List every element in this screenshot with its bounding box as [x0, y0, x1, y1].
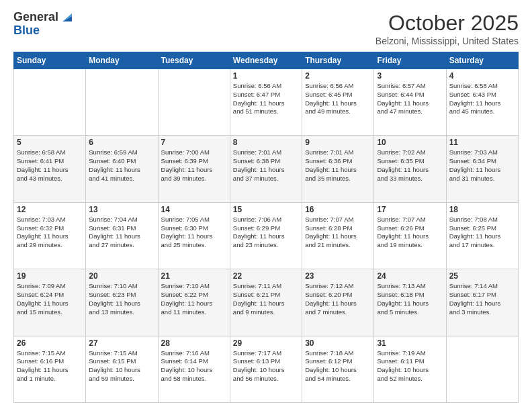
calendar-cell-0-4: 2Sunrise: 6:56 AM Sunset: 6:45 PM Daylig… — [302, 69, 374, 136]
logo-blue: Blue — [13, 24, 75, 38]
day-number: 27 — [89, 338, 154, 348]
calendar-cell-3-5: 24Sunrise: 7:13 AM Sunset: 6:18 PM Dayli… — [374, 269, 446, 336]
cell-content: Sunrise: 7:08 AM Sunset: 6:25 PM Dayligh… — [449, 216, 515, 250]
logo-text: General Blue — [13, 11, 75, 38]
week-row-1: 5Sunrise: 6:58 AM Sunset: 6:41 PM Daylig… — [14, 136, 519, 202]
day-number: 8 — [233, 138, 299, 147]
cell-content: Sunrise: 7:01 AM Sunset: 6:38 PM Dayligh… — [233, 148, 299, 183]
cell-content: Sunrise: 6:57 AM Sunset: 6:44 PM Dayligh… — [377, 82, 443, 116]
cell-content: Sunrise: 7:17 AM Sunset: 6:13 PM Dayligh… — [233, 349, 299, 383]
cell-content: Sunrise: 7:10 AM Sunset: 6:23 PM Dayligh… — [89, 282, 154, 316]
calendar-cell-4-3: 29Sunrise: 7:17 AM Sunset: 6:13 PM Dayli… — [230, 336, 302, 402]
logo-icon — [60, 9, 75, 24]
week-row-3: 19Sunrise: 7:09 AM Sunset: 6:24 PM Dayli… — [14, 269, 519, 336]
header-tuesday: Tuesday — [158, 52, 230, 69]
calendar-cell-4-0: 26Sunrise: 7:15 AM Sunset: 6:16 PM Dayli… — [14, 336, 86, 402]
calendar-cell-3-4: 23Sunrise: 7:12 AM Sunset: 6:20 PM Dayli… — [302, 269, 374, 336]
calendar-cell-3-3: 22Sunrise: 7:11 AM Sunset: 6:21 PM Dayli… — [230, 269, 302, 336]
day-number: 18 — [449, 205, 515, 214]
cell-content: Sunrise: 7:04 AM Sunset: 6:31 PM Dayligh… — [89, 216, 154, 250]
calendar-cell-3-1: 20Sunrise: 7:10 AM Sunset: 6:23 PM Dayli… — [86, 269, 158, 336]
calendar-cell-3-0: 19Sunrise: 7:09 AM Sunset: 6:24 PM Dayli… — [14, 269, 86, 336]
month-title: October 2025 — [375, 11, 519, 36]
cell-content: Sunrise: 7:15 AM Sunset: 6:15 PM Dayligh… — [89, 349, 154, 383]
cell-content: Sunrise: 7:07 AM Sunset: 6:28 PM Dayligh… — [305, 216, 371, 250]
day-number: 17 — [377, 205, 443, 214]
cell-content: Sunrise: 7:00 AM Sunset: 6:39 PM Dayligh… — [161, 148, 227, 183]
cell-content: Sunrise: 7:11 AM Sunset: 6:21 PM Dayligh… — [233, 282, 299, 316]
calendar-cell-1-2: 7Sunrise: 7:00 AM Sunset: 6:39 PM Daylig… — [158, 136, 230, 202]
logo: General Blue — [13, 11, 75, 38]
cell-content: Sunrise: 7:06 AM Sunset: 6:29 PM Dayligh… — [233, 216, 299, 250]
calendar-cell-0-3: 1Sunrise: 6:56 AM Sunset: 6:47 PM Daylig… — [230, 69, 302, 136]
calendar-table: Sunday Monday Tuesday Wednesday Thursday… — [13, 52, 519, 403]
day-number: 1 — [233, 71, 299, 81]
day-number: 2 — [305, 71, 371, 81]
calendar-cell-0-0 — [14, 69, 86, 136]
page: General Blue October 2025 Belzoni, Missi… — [0, 0, 532, 411]
header-monday: Monday — [86, 52, 158, 69]
calendar-cell-2-6: 18Sunrise: 7:08 AM Sunset: 6:25 PM Dayli… — [446, 202, 518, 269]
day-number: 31 — [377, 338, 443, 348]
day-number: 7 — [161, 138, 227, 147]
day-number: 24 — [377, 271, 443, 281]
day-number: 11 — [449, 138, 515, 147]
calendar-cell-2-4: 16Sunrise: 7:07 AM Sunset: 6:28 PM Dayli… — [302, 202, 374, 269]
calendar-cell-2-5: 17Sunrise: 7:07 AM Sunset: 6:26 PM Dayli… — [374, 202, 446, 269]
day-number: 15 — [233, 205, 299, 214]
calendar-cell-1-0: 5Sunrise: 6:58 AM Sunset: 6:41 PM Daylig… — [14, 136, 86, 202]
day-number: 13 — [89, 205, 154, 214]
day-number: 30 — [305, 338, 371, 348]
cell-content: Sunrise: 6:58 AM Sunset: 6:41 PM Dayligh… — [17, 148, 83, 183]
cell-content: Sunrise: 7:14 AM Sunset: 6:17 PM Dayligh… — [449, 282, 515, 316]
day-number: 4 — [449, 71, 515, 81]
day-number: 16 — [305, 205, 371, 214]
cell-content: Sunrise: 7:01 AM Sunset: 6:36 PM Dayligh… — [305, 148, 371, 183]
cell-content: Sunrise: 6:59 AM Sunset: 6:40 PM Dayligh… — [89, 148, 154, 183]
calendar-cell-0-2 — [158, 69, 230, 136]
day-number: 25 — [449, 271, 515, 281]
calendar-cell-2-0: 12Sunrise: 7:03 AM Sunset: 6:32 PM Dayli… — [14, 202, 86, 269]
cell-content: Sunrise: 7:18 AM Sunset: 6:12 PM Dayligh… — [305, 349, 371, 383]
calendar-cell-0-5: 3Sunrise: 6:57 AM Sunset: 6:44 PM Daylig… — [374, 69, 446, 136]
day-number: 3 — [377, 71, 443, 81]
week-row-2: 12Sunrise: 7:03 AM Sunset: 6:32 PM Dayli… — [14, 202, 519, 269]
calendar-cell-1-5: 10Sunrise: 7:02 AM Sunset: 6:35 PM Dayli… — [374, 136, 446, 202]
calendar-cell-4-4: 30Sunrise: 7:18 AM Sunset: 6:12 PM Dayli… — [302, 336, 374, 402]
calendar-cell-4-2: 28Sunrise: 7:16 AM Sunset: 6:14 PM Dayli… — [158, 336, 230, 402]
header-saturday: Saturday — [446, 52, 518, 69]
cell-content: Sunrise: 7:15 AM Sunset: 6:16 PM Dayligh… — [17, 349, 83, 383]
logo-general: General — [13, 11, 58, 24]
header-wednesday: Wednesday — [230, 52, 302, 69]
location: Belzoni, Mississippi, United States — [375, 36, 519, 46]
calendar-cell-1-3: 8Sunrise: 7:01 AM Sunset: 6:38 PM Daylig… — [230, 136, 302, 202]
day-number: 22 — [233, 271, 299, 281]
calendar-cell-1-6: 11Sunrise: 7:03 AM Sunset: 6:34 PM Dayli… — [446, 136, 518, 202]
header-friday: Friday — [374, 52, 446, 69]
cell-content: Sunrise: 7:12 AM Sunset: 6:20 PM Dayligh… — [305, 282, 371, 316]
day-number: 10 — [377, 138, 443, 147]
weekday-header-row: Sunday Monday Tuesday Wednesday Thursday… — [14, 52, 519, 69]
calendar-cell-2-2: 14Sunrise: 7:05 AM Sunset: 6:30 PM Dayli… — [158, 202, 230, 269]
day-number: 28 — [161, 338, 227, 348]
calendar-cell-4-5: 31Sunrise: 7:19 AM Sunset: 6:11 PM Dayli… — [374, 336, 446, 402]
cell-content: Sunrise: 6:58 AM Sunset: 6:43 PM Dayligh… — [449, 82, 515, 116]
calendar-cell-2-3: 15Sunrise: 7:06 AM Sunset: 6:29 PM Dayli… — [230, 202, 302, 269]
calendar-cell-3-6: 25Sunrise: 7:14 AM Sunset: 6:17 PM Dayli… — [446, 269, 518, 336]
cell-content: Sunrise: 7:03 AM Sunset: 6:32 PM Dayligh… — [17, 216, 83, 250]
header: General Blue October 2025 Belzoni, Missi… — [13, 11, 519, 46]
cell-content: Sunrise: 7:05 AM Sunset: 6:30 PM Dayligh… — [161, 216, 227, 250]
cell-content: Sunrise: 7:09 AM Sunset: 6:24 PM Dayligh… — [17, 282, 83, 316]
cell-content: Sunrise: 7:19 AM Sunset: 6:11 PM Dayligh… — [377, 349, 443, 383]
calendar-cell-4-1: 27Sunrise: 7:15 AM Sunset: 6:15 PM Dayli… — [86, 336, 158, 402]
cell-content: Sunrise: 7:07 AM Sunset: 6:26 PM Dayligh… — [377, 216, 443, 250]
day-number: 9 — [305, 138, 371, 147]
day-number: 19 — [17, 271, 83, 281]
calendar-cell-3-2: 21Sunrise: 7:10 AM Sunset: 6:22 PM Dayli… — [158, 269, 230, 336]
header-thursday: Thursday — [302, 52, 374, 69]
week-row-0: 1Sunrise: 6:56 AM Sunset: 6:47 PM Daylig… — [14, 69, 519, 136]
calendar-cell-0-6: 4Sunrise: 6:58 AM Sunset: 6:43 PM Daylig… — [446, 69, 518, 136]
calendar-cell-0-1 — [86, 69, 158, 136]
day-number: 20 — [89, 271, 154, 281]
cell-content: Sunrise: 6:56 AM Sunset: 6:45 PM Dayligh… — [305, 82, 371, 116]
